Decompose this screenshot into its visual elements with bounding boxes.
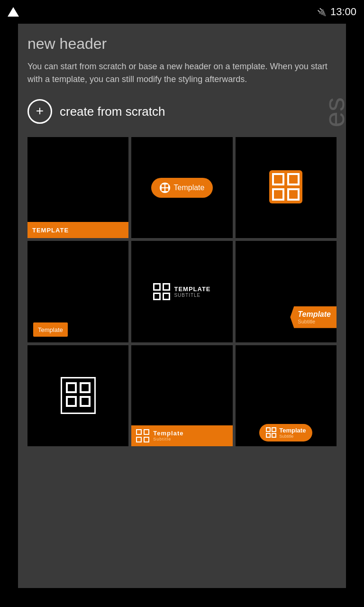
- template-item-5[interactable]: TEMPLATE SUBTITLE: [131, 241, 232, 342]
- template-7-border-box: [61, 377, 96, 414]
- template-2-pill: Template: [151, 178, 213, 198]
- battery-icon: 🔌: [317, 8, 327, 17]
- template-9-main-text: Template: [279, 427, 306, 434]
- template-8-logo-icon: [136, 429, 149, 442]
- page-description: You can start from scratch or base a new…: [27, 60, 337, 86]
- svg-rect-21: [164, 294, 169, 299]
- svg-rect-11: [289, 175, 298, 184]
- template-item-3[interactable]: [236, 137, 337, 238]
- template-1-bar-text: TEMPLATE: [32, 227, 69, 234]
- template-item-2[interactable]: Template: [131, 137, 232, 238]
- template-5-sub-text: SUBTITLE: [174, 293, 210, 298]
- template-item-8[interactable]: Template Subtitle: [131, 345, 232, 446]
- plus-circle-icon: +: [27, 99, 52, 124]
- svg-rect-18: [155, 285, 159, 289]
- plus-symbol: +: [36, 104, 44, 118]
- page-title: new header: [27, 35, 337, 53]
- svg-rect-29: [82, 398, 89, 405]
- svg-rect-34: [137, 430, 141, 434]
- template-2-text: Template: [174, 184, 205, 192]
- template-item-6[interactable]: Template Subtitle: [236, 241, 337, 342]
- svg-rect-43: [273, 428, 275, 431]
- template-item-7[interactable]: [27, 345, 128, 446]
- svg-rect-20: [155, 294, 159, 299]
- template-9-logo-icon: [266, 427, 276, 438]
- svg-rect-27: [82, 384, 89, 391]
- svg-rect-44: [267, 434, 270, 437]
- template-4-bar: Template: [33, 322, 68, 337]
- svg-rect-36: [137, 438, 141, 441]
- template-5-content: TEMPLATE SUBTITLE: [153, 283, 210, 300]
- status-bar: 🔌 13:00: [0, 0, 364, 24]
- svg-rect-2: [165, 184, 168, 187]
- template-9-sub-text: Subtitle: [279, 434, 306, 439]
- template-1-bar: TEMPLATE: [27, 222, 128, 238]
- svg-rect-42: [267, 428, 270, 431]
- status-time: 13:00: [330, 6, 356, 18]
- svg-rect-4: [165, 188, 168, 191]
- svg-rect-35: [145, 430, 148, 434]
- template-5-logo-icon: [153, 283, 170, 300]
- template-grid: TEMPLATE Template: [27, 137, 337, 446]
- svg-rect-45: [273, 434, 275, 437]
- template-5-text-block: TEMPLATE SUBTITLE: [174, 285, 210, 298]
- template-4-text: Template: [38, 326, 63, 333]
- template-item-1[interactable]: TEMPLATE: [27, 137, 128, 238]
- template-6-tag: Template Subtitle: [290, 306, 337, 328]
- svg-rect-19: [164, 285, 169, 289]
- template-item-9[interactable]: Template Subtitle: [236, 345, 337, 446]
- template-5-main-text: TEMPLATE: [174, 285, 210, 293]
- template-6-subtitle: Subtitle: [298, 319, 331, 324]
- status-bar-left: [8, 7, 19, 17]
- template-8-main-text: Template: [153, 430, 183, 437]
- template-9-pill: Template Subtitle: [259, 424, 312, 441]
- template-8-bar: Template Subtitle: [131, 425, 232, 446]
- template-8-text-block: Template Subtitle: [153, 430, 183, 441]
- main-panel: es new header You can start from scratch…: [18, 24, 346, 588]
- create-from-scratch-button[interactable]: + create from scratch: [27, 99, 337, 124]
- template-8-sub-text: Subtitle: [153, 437, 183, 441]
- svg-rect-13: [289, 190, 298, 199]
- create-from-scratch-label: create from scratch: [60, 104, 165, 119]
- svg-rect-3: [162, 188, 164, 191]
- template-3-logo-icon: [269, 170, 302, 203]
- svg-rect-26: [68, 384, 75, 391]
- signal-icon: [8, 7, 19, 17]
- svg-rect-12: [274, 190, 282, 199]
- status-bar-right: 🔌 13:00: [317, 6, 356, 18]
- svg-rect-10: [274, 175, 282, 184]
- svg-rect-1: [162, 184, 164, 187]
- template-6-title: Template: [298, 310, 331, 319]
- template-2-logo-icon: [160, 183, 170, 193]
- template-3-logo: [269, 170, 302, 205]
- template-item-4[interactable]: Template: [27, 241, 128, 342]
- template-9-text-block: Template Subtitle: [279, 427, 306, 439]
- svg-rect-0: [160, 183, 170, 193]
- svg-rect-28: [68, 398, 75, 405]
- side-text: es: [318, 97, 346, 127]
- template-7-logo-icon: [66, 382, 91, 407]
- svg-rect-37: [145, 438, 148, 441]
